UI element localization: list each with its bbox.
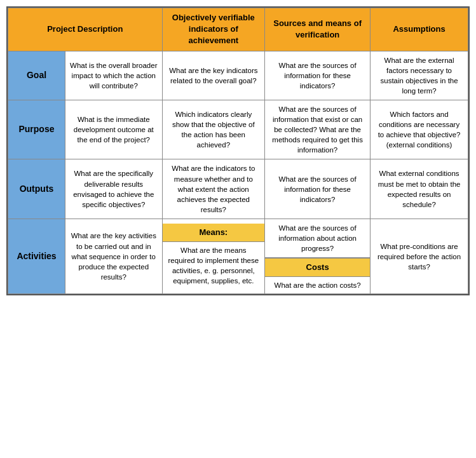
activities-means-cell: Means: What are the means required to im… bbox=[162, 219, 265, 294]
activities-assumptions: What pre-conditions are required before … bbox=[371, 219, 468, 294]
header-indicators: Objectively verifiable indicators of ach… bbox=[162, 8, 265, 51]
header-sources: Sources and means of verification bbox=[265, 8, 371, 51]
header-project-description: Project Description bbox=[8, 8, 163, 51]
goal-row: Goal What is the overall broader impact … bbox=[8, 51, 468, 100]
outputs-description: What are the specifically deliverable re… bbox=[65, 159, 163, 219]
goal-indicators: What are the key indicators related to t… bbox=[162, 51, 265, 100]
activities-description: What are the key activities to be carrie… bbox=[65, 219, 163, 294]
purpose-description: What is the immediate development outcom… bbox=[65, 100, 163, 159]
outputs-indicators: What are the indicators to measure wheth… bbox=[162, 159, 265, 219]
goal-label: Goal bbox=[8, 51, 65, 100]
purpose-label: Purpose bbox=[8, 100, 65, 159]
activities-row: Activities What are the key activities t… bbox=[8, 219, 468, 294]
costs-label: Costs bbox=[265, 258, 370, 277]
logical-framework-table: Project Description Objectively verifiab… bbox=[6, 6, 470, 295]
goal-assumptions: What are the external factors necessary … bbox=[371, 51, 468, 100]
header-assumptions: Assumptions bbox=[371, 8, 468, 51]
outputs-assumptions: What external conditions must be met to … bbox=[371, 159, 468, 219]
purpose-row: Purpose What is the immediate developmen… bbox=[8, 100, 468, 159]
costs-content: What are the action costs? bbox=[265, 277, 370, 293]
purpose-assumptions: Which factors and conditions are necessa… bbox=[371, 100, 468, 159]
goal-description: What is the overall broader impact to wh… bbox=[65, 51, 163, 100]
outputs-sources: What are the sources of information for … bbox=[265, 159, 371, 219]
activities-sources-cell: What are the sources of information abou… bbox=[265, 219, 371, 294]
goal-sources: What are the sources of information for … bbox=[265, 51, 371, 100]
outputs-row: Outputs What are the specifically delive… bbox=[8, 159, 468, 219]
means-label: Means: bbox=[163, 224, 265, 242]
activities-sources-top: What are the sources of information abou… bbox=[265, 219, 370, 258]
means-content: What are the means required to implement… bbox=[163, 242, 265, 289]
purpose-indicators: Which indicators clearly show that the o… bbox=[162, 100, 265, 159]
activities-label: Activities bbox=[8, 219, 65, 294]
outputs-label: Outputs bbox=[8, 159, 65, 219]
purpose-sources: What are the sources of information that… bbox=[265, 100, 371, 159]
